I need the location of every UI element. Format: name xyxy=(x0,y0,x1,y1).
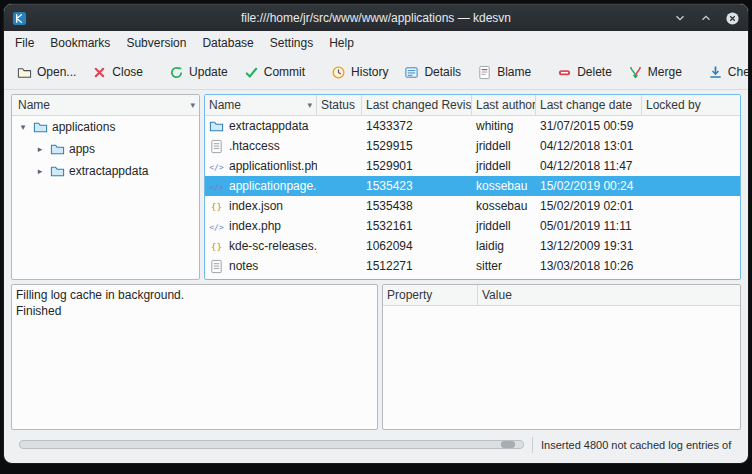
tree-items: ▾applications▸apps▸extractappdata xyxy=(12,116,199,182)
file-cell: 1529901 xyxy=(362,159,472,173)
svg-text:{}: {} xyxy=(211,241,222,252)
tree-item-label: apps xyxy=(69,142,95,156)
file-cell: 1512271 xyxy=(362,259,472,273)
file-cell: 13/03/2018 10:26 xyxy=(536,259,642,273)
tree-header[interactable]: Name ▾ xyxy=(12,95,199,116)
menu-help[interactable]: Help xyxy=(322,33,361,53)
file-cell: notes xyxy=(205,259,317,274)
menu-file[interactable]: File xyxy=(8,33,41,53)
toolbar-button-label: Delete xyxy=(577,65,612,79)
toolbar-button-commit[interactable]: Commit xyxy=(237,60,312,85)
file-row-applicationpage.php[interactable]: </>applicationpage.php1535423kossebau15/… xyxy=(205,176,740,196)
json-file-icon: {} xyxy=(209,239,224,254)
toolbar-button-update[interactable]: Update xyxy=(162,60,235,85)
toolbar-button-label: Close xyxy=(112,65,143,79)
php-file-icon: </> xyxy=(209,159,224,174)
folder-icon xyxy=(50,142,65,157)
file-cell: 1062094 xyxy=(362,239,472,253)
file-cell: 1535423 xyxy=(362,179,472,193)
minimize-icon[interactable] xyxy=(672,10,688,26)
history-icon xyxy=(331,65,346,80)
folder-icon xyxy=(33,120,48,135)
menubar: FileBookmarksSubversionDatabaseSettingsH… xyxy=(4,31,748,55)
progress-bar xyxy=(19,440,524,449)
main-split: Name ▾ ▾applications▸apps▸extractappdata… xyxy=(11,94,741,280)
tree-item-applications[interactable]: ▾applications xyxy=(12,116,199,138)
file-cell: laidig xyxy=(472,239,536,253)
file-cell: 15/02/2019 02:01 xyxy=(536,199,642,213)
log-output-panel[interactable]: Filling log cache in background.Finished xyxy=(11,284,378,430)
svg-text:</>: </> xyxy=(209,162,224,171)
file-column-header-status[interactable]: Status xyxy=(317,95,362,115)
window-controls xyxy=(672,10,740,26)
file-cell: 04/12/2018 13:01 xyxy=(536,139,642,153)
properties-header-value[interactable]: Value xyxy=(478,285,740,305)
toolbar-button-history[interactable]: History xyxy=(324,60,395,85)
tree-header-label: Name xyxy=(18,98,50,112)
window-titlebar[interactable]: file:///home/jr/src/www/www/applications… xyxy=(4,4,748,31)
merge-icon xyxy=(628,65,643,80)
tree-item-apps[interactable]: ▸apps xyxy=(12,138,199,160)
chevron-down-icon[interactable]: ▾ xyxy=(17,122,29,132)
file-cell: {}index.json xyxy=(205,199,317,214)
file-column-header-last-changed-revision[interactable]: Last changed Revision xyxy=(362,95,472,115)
properties-header-property[interactable]: Property xyxy=(383,285,478,305)
window-title: file:///home/jr/src/www/www/applications… xyxy=(4,11,748,25)
menu-subversion[interactable]: Subversion xyxy=(119,33,193,53)
file-cell: kossebau xyxy=(472,179,536,193)
chevron-down-icon[interactable]: ▾ xyxy=(190,100,195,110)
close-window-icon[interactable] xyxy=(724,10,740,26)
file-row-extractappdata[interactable]: extractappdata1433372whiting31/07/2015 0… xyxy=(205,116,740,136)
file-column-header-last-change-date[interactable]: Last change date xyxy=(536,95,642,115)
open-folder-icon xyxy=(17,65,32,80)
toolbar-button-label: Details xyxy=(424,65,461,79)
progress-chunk xyxy=(501,441,515,448)
commit-icon xyxy=(244,65,259,80)
toolbar-button-label: Commit xyxy=(264,65,305,79)
toolbar-button-blame[interactable]: Blame xyxy=(470,60,538,85)
repository-tree-panel: Name ▾ ▾applications▸apps▸extractappdata xyxy=(11,94,200,280)
toolbar-button-details[interactable]: Details xyxy=(397,60,468,85)
file-row-index.php[interactable]: </>index.php1532161jriddell05/01/2019 11… xyxy=(205,216,740,236)
blame-icon xyxy=(477,65,492,80)
file-list-header: Name▾StatusLast changed RevisionLast aut… xyxy=(205,95,740,116)
toolbar-button-close[interactable]: Close xyxy=(85,60,150,85)
bottom-split: Filling log cache in background.Finished… xyxy=(11,284,741,430)
chevron-right-icon[interactable]: ▸ xyxy=(34,166,46,176)
maximize-icon[interactable] xyxy=(698,10,714,26)
php-file-icon: </> xyxy=(209,179,224,194)
menu-database[interactable]: Database xyxy=(195,33,260,53)
file-row-index.json[interactable]: {}index.json1535438kossebau15/02/2019 02… xyxy=(205,196,740,216)
toolbar-button-merge[interactable]: Merge xyxy=(621,60,689,85)
file-cell: sitter xyxy=(472,259,536,273)
toolbar-button-delete[interactable]: Delete xyxy=(550,60,619,85)
file-list-panel: Name▾StatusLast changed RevisionLast aut… xyxy=(204,94,741,280)
file-column-header-name[interactable]: Name▾ xyxy=(205,95,317,115)
svg-text:</>: </> xyxy=(209,222,224,231)
toolbar-button-label: Update xyxy=(189,65,228,79)
toolbar-button-open[interactable]: Open... xyxy=(10,60,83,85)
file-cell: {}kde-sc-releases.json xyxy=(205,239,317,254)
file-row-.htaccess[interactable]: .htaccess1529915jriddell04/12/2018 13:01 xyxy=(205,136,740,156)
tree-item-extractappdata[interactable]: ▸extractappdata xyxy=(12,160,199,182)
delete-icon xyxy=(557,65,572,80)
file-cell: jriddell xyxy=(472,219,536,233)
file-column-header-locked-by[interactable]: Locked by xyxy=(642,95,740,115)
file-cell: jriddell xyxy=(472,139,536,153)
toolbar-button-label: History xyxy=(351,65,388,79)
status-message: Inserted 4800 not cached log entries of … xyxy=(541,439,733,451)
file-column-header-last-author[interactable]: Last author xyxy=(472,95,536,115)
chevron-right-icon[interactable]: ▸ xyxy=(34,144,46,154)
toolbar-button-checkout[interactable]: Checkout xyxy=(701,60,749,85)
file-cell: 05/01/2019 11:11 xyxy=(536,219,642,233)
file-row-applicationlist.php[interactable]: </>applicationlist.php1529901jriddell04/… xyxy=(205,156,740,176)
menu-settings[interactable]: Settings xyxy=(263,33,320,53)
svg-text:{}: {} xyxy=(211,201,222,212)
file-row-notes[interactable]: notes1512271sitter13/03/2018 10:26 xyxy=(205,256,740,276)
file-cell: 13/12/2009 19:31 xyxy=(536,239,642,253)
file-row-kde-sc-releases.json[interactable]: {}kde-sc-releases.json1062094laidig13/12… xyxy=(205,236,740,256)
toolbar-button-label: Merge xyxy=(648,65,682,79)
menu-bookmarks[interactable]: Bookmarks xyxy=(43,33,117,53)
json-file-icon: {} xyxy=(209,199,224,214)
file-cell: 31/07/2015 00:59 xyxy=(536,119,642,133)
